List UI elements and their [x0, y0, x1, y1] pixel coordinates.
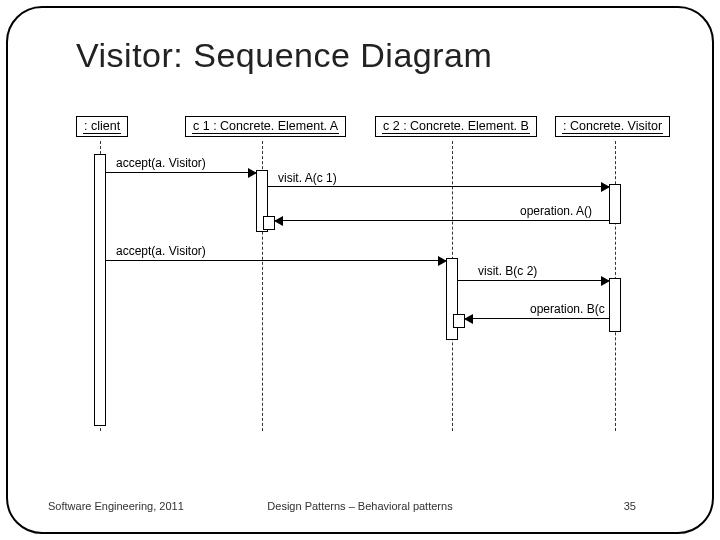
msg-accept1-label: accept(a. Visitor) — [116, 156, 206, 170]
msg-opB-line — [465, 318, 609, 319]
participant-c2: c 2 : Concrete. Element. B — [375, 116, 537, 137]
msg-accept1-line — [106, 172, 256, 173]
participant-c1: c 1 : Concrete. Element. A — [185, 116, 346, 137]
msg-accept2-label: accept(a. Visitor) — [116, 244, 206, 258]
activation-client — [94, 154, 106, 426]
msg-visitA-line — [268, 186, 609, 187]
msg-opA-line — [275, 220, 609, 221]
participant-client-label: : client — [83, 119, 121, 134]
footer-page-number: 35 — [624, 500, 636, 512]
participant-visitor: : Concrete. Visitor — [555, 116, 670, 137]
activation-visitor-2 — [609, 278, 621, 332]
msg-visitA-label: visit. A(c 1) — [278, 171, 337, 185]
slide-frame: Visitor: Sequence Diagram : client c 1 :… — [6, 6, 714, 534]
participant-c2-label: c 2 : Concrete. Element. B — [382, 119, 530, 134]
activation-visitor-1 — [609, 184, 621, 224]
msg-accept2-line — [106, 260, 446, 261]
slide-title: Visitor: Sequence Diagram — [76, 36, 492, 75]
msg-opB-label: operation. B(c — [530, 302, 605, 316]
footer-center: Design Patterns – Behavioral patterns — [8, 500, 712, 512]
msg-visitB-line — [458, 280, 609, 281]
participant-visitor-label: : Concrete. Visitor — [562, 119, 663, 134]
msg-opA-label: operation. A() — [520, 204, 592, 218]
msg-visitB-label: visit. B(c 2) — [478, 264, 537, 278]
participant-client: : client — [76, 116, 128, 137]
participant-c1-label: c 1 : Concrete. Element. A — [192, 119, 339, 134]
sequence-diagram: : client c 1 : Concrete. Element. A c 2 … — [58, 116, 678, 446]
